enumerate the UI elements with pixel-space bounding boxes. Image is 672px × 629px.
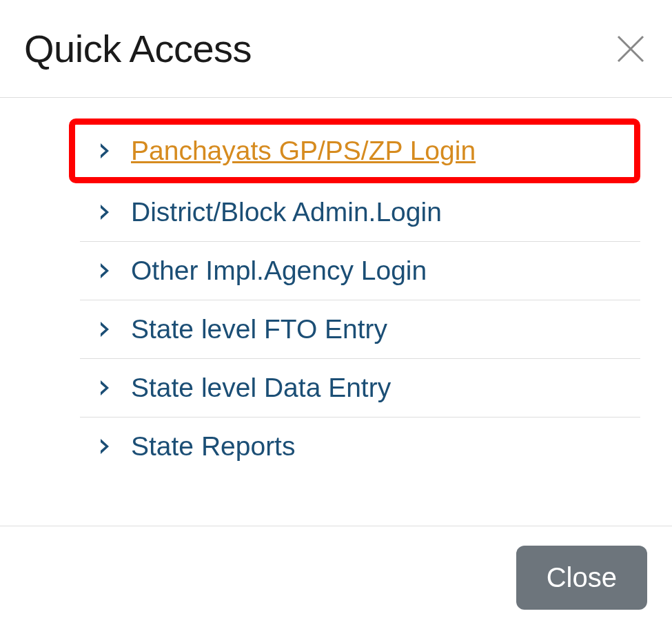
menu-item-state-data-entry[interactable]: State level Data Entry <box>80 359 640 417</box>
close-icon[interactable] <box>613 32 648 66</box>
chevron-right-icon <box>99 320 112 338</box>
menu-item-state-fto-entry[interactable]: State level FTO Entry <box>80 300 640 359</box>
menu-item-label: State Reports <box>131 431 295 462</box>
modal-header: Quick Access <box>0 0 672 98</box>
menu-item-label: District/Block Admin.Login <box>131 197 442 227</box>
chevron-right-icon <box>99 379 112 397</box>
menu-item-label: State level Data Entry <box>131 373 391 403</box>
chevron-right-icon <box>99 437 112 455</box>
menu-item-label: Other Impl.Agency Login <box>131 256 427 286</box>
modal-body: Panchayats GP/PS/ZP Login District/Block… <box>0 98 672 526</box>
chevron-right-icon <box>99 262 112 280</box>
menu-list: Panchayats GP/PS/ZP Login District/Block… <box>25 118 647 475</box>
close-button[interactable]: Close <box>516 546 647 610</box>
menu-item-label: State level FTO Entry <box>131 314 387 344</box>
chevron-right-icon <box>99 142 112 160</box>
modal-title: Quick Access <box>24 26 252 71</box>
menu-item-state-reports[interactable]: State Reports <box>80 417 640 475</box>
menu-item-district-admin-login[interactable]: District/Block Admin.Login <box>80 183 640 242</box>
menu-item-panchayats-login[interactable]: Panchayats GP/PS/ZP Login <box>69 118 640 183</box>
quick-access-modal: Quick Access Panchayats GP/PS/ZP Login D… <box>0 0 672 629</box>
chevron-right-icon <box>99 203 112 221</box>
modal-footer: Close <box>0 526 672 629</box>
menu-item-label: Panchayats GP/PS/ZP Login <box>131 136 476 166</box>
menu-item-other-agency-login[interactable]: Other Impl.Agency Login <box>80 242 640 300</box>
